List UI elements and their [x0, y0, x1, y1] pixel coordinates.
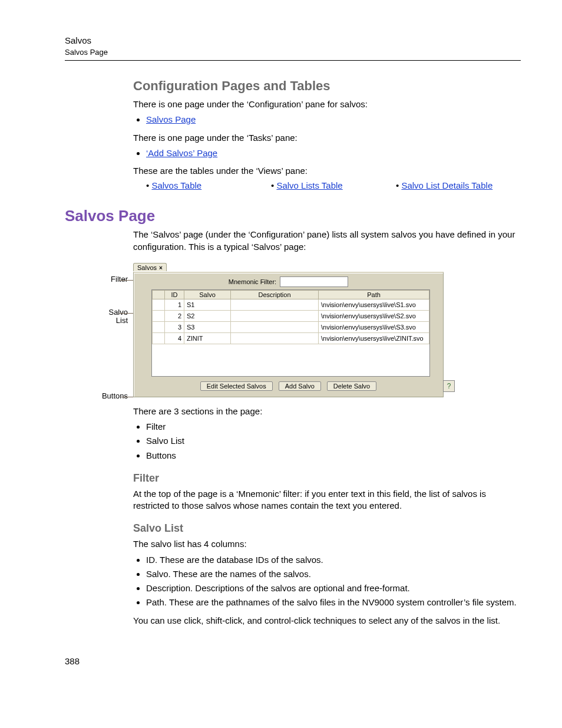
add-salvo-button[interactable]: Add Salvo — [279, 381, 321, 391]
list-p2: You can use click, shift-click, and cont… — [133, 615, 521, 627]
help-icon[interactable]: ? — [443, 380, 455, 392]
running-head-title: Salvos — [65, 35, 521, 45]
callout-list: List — [95, 317, 128, 325]
delete-salvo-button[interactable]: Delete Salvo — [327, 381, 376, 391]
heading-salvo-list: Salvo List — [133, 522, 521, 535]
cfg-p1: There is one page under the ‘Configurati… — [133, 98, 521, 110]
edit-selected-salvos-button[interactable]: Edit Selected Salvos — [200, 381, 273, 391]
cfg-p3: These are the tables under the ‘Views’ p… — [133, 165, 521, 177]
link-salvos-table[interactable]: Salvos Table — [151, 180, 201, 190]
salvos-page-figure: Filter Salvo List Buttons Salvos× — [98, 261, 457, 397]
grid-header-row: ID Salvo Description Path — [153, 290, 429, 299]
link-add-salvos-page[interactable]: ‘Add Salvos’ Page — [146, 148, 217, 158]
after-fig-p1: There are 3 sections in the page: — [133, 406, 521, 417]
table-row[interactable]: 2S2\nvision\envy\usersys\live\S2.svo — [153, 310, 429, 321]
list-item-3: Path. These are the pathnames of the sal… — [146, 597, 521, 608]
page-number: 388 — [65, 656, 521, 666]
salvo-grid[interactable]: ID Salvo Description Path 1S1\nvision\en… — [151, 289, 430, 377]
table-row[interactable]: 3S3\nvision\envy\usersys\live\S3.svo — [153, 321, 429, 332]
mnemonic-filter-input[interactable] — [280, 276, 348, 287]
list-p1: The salvo list has 4 columns: — [133, 538, 521, 550]
link-salvo-lists-table[interactable]: Salvo Lists Table — [276, 180, 342, 190]
list-item-0: ID. These are the database IDs of the sa… — [146, 554, 521, 566]
filter-p: At the top of the page is a ‘Mnemonic’ f… — [133, 488, 521, 512]
col-id[interactable]: ID — [165, 290, 184, 299]
link-salvos-page[interactable]: Salvos Page — [146, 114, 196, 124]
cfg-p2: There is one page under the ‘Tasks’ pane… — [133, 132, 521, 144]
heading-filter: Filter — [133, 472, 521, 485]
col-desc[interactable]: Description — [231, 290, 319, 299]
after-item-2: Buttons — [146, 450, 521, 462]
views-links-row: Salvos Table Salvo Lists Table Salvo Lis… — [146, 180, 521, 190]
salvos-intro: The ‘Salvos’ page (under the ‘Configurat… — [133, 229, 521, 253]
list-item-1: Salvo. These are the names of the salvos… — [146, 568, 521, 580]
link-salvo-list-details-table[interactable]: Salvo List Details Table — [401, 180, 492, 190]
header-rule — [65, 60, 521, 61]
col-path[interactable]: Path — [319, 290, 429, 299]
table-row[interactable]: 1S1\nvision\envy\usersys\live\S1.svo — [153, 299, 429, 310]
salvos-panel: Mnemonic Filter: ID Salvo Description — [133, 272, 444, 397]
close-icon[interactable]: × — [159, 265, 163, 271]
heading-config-pages: Configuration Pages and Tables — [133, 78, 521, 94]
after-item-1: Salvo List — [146, 435, 521, 447]
running-head-subtitle: Salvos Page — [65, 48, 521, 57]
tab-label: Salvos — [137, 264, 157, 271]
filter-label: Mnemonic Filter: — [229, 278, 276, 285]
list-item-2: Description. Descriptions of the salvos … — [146, 582, 521, 594]
heading-salvos-page: Salvos Page — [65, 207, 521, 225]
col-salvo[interactable]: Salvo — [184, 290, 231, 299]
table-row[interactable]: 4ZINIT\nvision\envy\usersys\live\ZINIT.s… — [153, 332, 429, 344]
tab-salvos[interactable]: Salvos× — [133, 263, 167, 271]
after-item-0: Filter — [146, 421, 521, 433]
